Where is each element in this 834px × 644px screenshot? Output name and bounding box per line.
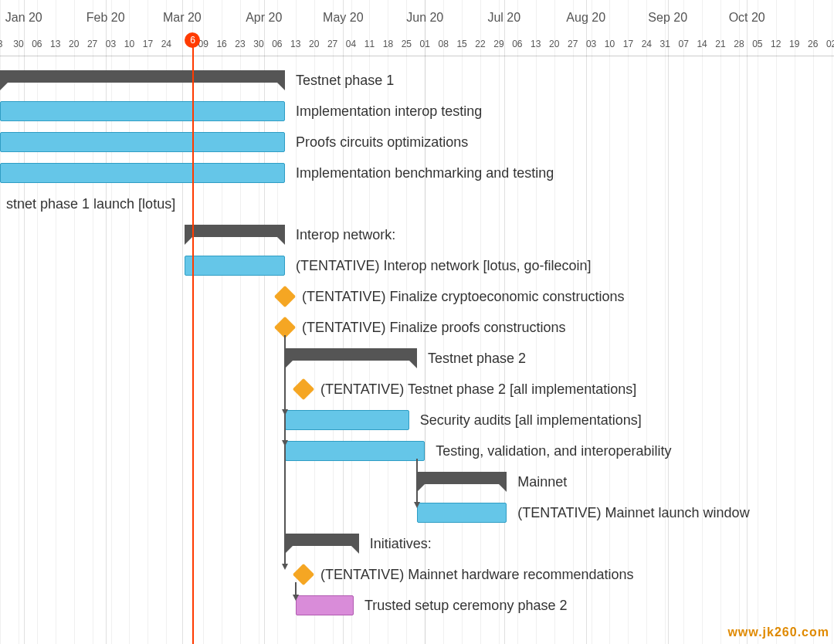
dependency-line (284, 335, 286, 567)
task-label: Proofs circuits optimizations (296, 127, 468, 158)
gantt-row: Implementation benchmarking and testing (0, 158, 834, 188)
week-label: 02 (826, 39, 834, 49)
gantt-row: Testnet phase 1 (0, 65, 834, 96)
week-label: 11 (364, 39, 375, 49)
week-label: 07 (679, 39, 689, 49)
week-label: 31 (660, 39, 670, 49)
week-label: 10 (605, 39, 615, 49)
month-label: Sep 20 (648, 11, 687, 25)
gantt-row: (TENTATIVE) Interop network [lotus, go-f… (0, 250, 834, 281)
week-label: 27 (568, 39, 578, 49)
week-label: 03 (586, 39, 596, 49)
week-label: 13 (50, 39, 60, 49)
week-label: 25 (402, 39, 412, 49)
week-label: 18 (383, 39, 393, 49)
gantt-rows: Testnet phase 1Implementation interop te… (0, 65, 834, 621)
task-bar[interactable] (0, 132, 285, 152)
url-watermark: www.jk260.com (727, 625, 829, 639)
week-label: 05 (752, 39, 762, 49)
task-label: Testnet phase 1 (296, 65, 394, 96)
gantt-row: Testnet phase 2 (0, 343, 834, 374)
today-marker: 6 (185, 32, 200, 48)
task-label: (TENTATIVE) Mainnet hardware recommendat… (320, 559, 633, 590)
summary-bar[interactable] (285, 348, 417, 361)
gantt-row: stnet phase 1 launch [lotus] (0, 188, 834, 219)
gantt-row: (TENTATIVE) Mainnet hardware recommendat… (0, 559, 834, 590)
week-label: 19 (789, 39, 799, 49)
task-label: Implementation interop testing (296, 96, 482, 127)
task-label: (TENTATIVE) Mainnet launch window (517, 497, 749, 528)
task-label: Initiatives: (370, 528, 432, 559)
task-label: Testnet phase 2 (428, 343, 526, 374)
gantt-row: Interop network: (0, 219, 834, 250)
summary-bar[interactable] (417, 472, 507, 484)
week-label: 10 (124, 39, 134, 49)
task-label: Interop network: (296, 219, 395, 250)
week-label: 20 (69, 39, 79, 49)
week-label: 15 (456, 39, 466, 49)
gantt-row: Implementation interop testing (0, 96, 834, 127)
task-label: (TENTATIVE) Testnet phase 2 [all impleme… (320, 374, 636, 405)
week-label: 27 (327, 39, 337, 49)
week-label: 24 (642, 39, 652, 49)
week-label: 28 (734, 39, 744, 49)
gantt-row: Proofs circuits optimizations (0, 127, 834, 158)
week-label: 24 (161, 39, 171, 49)
week-label: 06 (32, 39, 42, 49)
milestone-icon[interactable] (274, 286, 296, 307)
month-label: May 20 (323, 11, 363, 25)
task-label: Implementation benchmarking and testing (296, 158, 554, 188)
week-label: 26 (808, 39, 818, 49)
gantt-row: Security audits [all implementations] (0, 405, 834, 436)
dependency-line (295, 582, 297, 598)
week-label: 03 (106, 39, 116, 49)
task-label: (TENTATIVE) Finalize proofs construction… (302, 312, 565, 343)
week-label: 16 (216, 39, 226, 49)
header-separator (0, 56, 834, 56)
week-label: 06 (272, 39, 282, 49)
week-label: 13 (531, 39, 541, 49)
summary-bar[interactable] (0, 70, 285, 83)
milestone-icon[interactable] (293, 378, 314, 400)
week-label: 21 (715, 39, 725, 49)
month-label: Mar 20 (163, 11, 202, 25)
week-label: 30 (253, 39, 263, 49)
task-label: Mainnet (517, 466, 567, 497)
week-label: 17 (143, 39, 153, 49)
task-bar[interactable] (0, 101, 285, 121)
week-label: 20 (549, 39, 559, 49)
gantt-row: (TENTATIVE) Finalize proofs construction… (0, 312, 834, 343)
task-label: stnet phase 1 launch [lotus] (6, 188, 175, 219)
gantt-row: (TENTATIVE) Testnet phase 2 [all impleme… (0, 374, 834, 405)
week-label: 29 (493, 39, 503, 49)
week-label: 23 (235, 39, 245, 49)
task-bar[interactable] (285, 410, 409, 430)
week-label: 01 (420, 39, 430, 49)
task-label: Testing, validation, and interoperabilit… (436, 436, 671, 466)
summary-bar[interactable] (185, 225, 285, 237)
week-label: 12 (771, 39, 781, 49)
month-label: Jul 20 (487, 11, 520, 25)
task-bar[interactable] (0, 163, 285, 183)
week-label: 30 (13, 39, 23, 49)
dependency-line (416, 459, 418, 505)
week-label: 14 (697, 39, 707, 49)
gantt-row: Initiatives: (0, 528, 834, 559)
task-bar[interactable] (285, 441, 425, 461)
week-label: 27 (87, 39, 97, 49)
task-bar[interactable] (185, 256, 285, 276)
summary-bar[interactable] (285, 534, 359, 546)
today-line (192, 34, 194, 644)
task-label: Security audits [all implementations] (420, 405, 642, 436)
week-label: 20 (309, 39, 319, 49)
task-bar[interactable] (296, 595, 354, 615)
month-label: Oct 20 (729, 11, 765, 25)
week-label: 08 (438, 39, 448, 49)
task-label: (TENTATIVE) Finalize cryptoeconomic cons… (302, 281, 624, 312)
task-bar[interactable] (417, 503, 507, 523)
week-label: 06 (512, 39, 522, 49)
week-label: 22 (475, 39, 485, 49)
gantt-chart: www.jk260.com Jan 20Feb 20Mar 20Apr 20Ma… (0, 0, 834, 644)
week-label: 17 (623, 39, 633, 49)
gantt-row: (TENTATIVE) Finalize cryptoeconomic cons… (0, 281, 834, 312)
